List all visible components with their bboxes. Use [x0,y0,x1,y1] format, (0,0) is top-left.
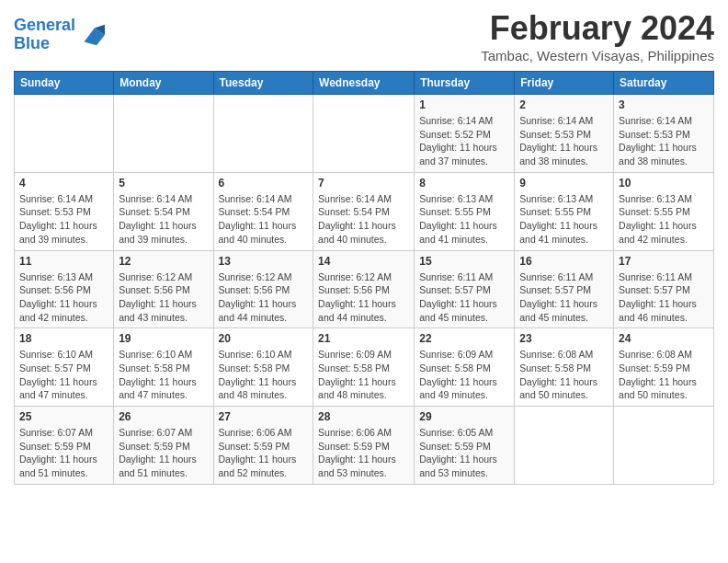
calendar-cell: 28Sunrise: 6:06 AM Sunset: 5:59 PM Dayli… [313,407,415,485]
calendar-cell: 20Sunrise: 6:10 AM Sunset: 5:58 PM Dayli… [213,328,313,407]
calendar-week-row: 1Sunrise: 6:14 AM Sunset: 5:52 PM Daylig… [15,95,714,173]
day-number: 28 [318,410,409,423]
calendar-table: SundayMondayTuesdayWednesdayThursdayFrid… [14,71,714,485]
day-info: Sunrise: 6:14 AM Sunset: 5:53 PM Dayligh… [619,114,709,168]
day-info: Sunrise: 6:14 AM Sunset: 5:54 PM Dayligh… [119,192,208,247]
calendar-cell: 19Sunrise: 6:10 AM Sunset: 5:58 PM Dayli… [114,328,213,407]
calendar-cell [515,407,614,485]
calendar-cell: 25Sunrise: 6:07 AM Sunset: 5:59 PM Dayli… [15,407,114,485]
day-info: Sunrise: 6:13 AM Sunset: 5:55 PM Dayligh… [419,192,509,247]
header-day: Saturday [614,72,714,95]
page-header: General Blue February 2024 Tambac, Weste… [14,9,714,63]
day-number: 24 [619,332,709,345]
header-day: Monday [114,72,213,95]
day-info: Sunrise: 6:08 AM Sunset: 5:59 PM Dayligh… [619,348,709,402]
calendar-cell: 4Sunrise: 6:14 AM Sunset: 5:53 PM Daylig… [15,172,114,250]
calendar-cell: 1Sunrise: 6:14 AM Sunset: 5:52 PM Daylig… [415,95,515,173]
day-number: 1 [419,98,509,111]
day-info: Sunrise: 6:12 AM Sunset: 5:56 PM Dayligh… [219,270,309,325]
calendar-cell: 27Sunrise: 6:06 AM Sunset: 5:59 PM Dayli… [213,407,313,485]
day-number: 3 [619,98,709,111]
logo-blue: Blue [14,34,50,52]
calendar-cell: 5Sunrise: 6:14 AM Sunset: 5:54 PM Daylig… [114,172,213,250]
day-info: Sunrise: 6:10 AM Sunset: 5:57 PM Dayligh… [19,348,108,402]
calendar-cell: 11Sunrise: 6:13 AM Sunset: 5:56 PM Dayli… [15,250,114,328]
day-number: 29 [419,410,509,423]
day-info: Sunrise: 6:05 AM Sunset: 5:59 PM Dayligh… [419,426,509,480]
calendar-cell: 26Sunrise: 6:07 AM Sunset: 5:59 PM Dayli… [114,407,213,485]
day-info: Sunrise: 6:07 AM Sunset: 5:59 PM Dayligh… [119,426,208,480]
calendar-cell: 24Sunrise: 6:08 AM Sunset: 5:59 PM Dayli… [614,328,714,407]
day-info: Sunrise: 6:14 AM Sunset: 5:53 PM Dayligh… [19,192,108,247]
day-number: 9 [519,177,609,190]
day-info: Sunrise: 6:06 AM Sunset: 5:59 PM Dayligh… [219,426,309,480]
calendar-cell: 22Sunrise: 6:09 AM Sunset: 5:58 PM Dayli… [415,328,515,407]
day-info: Sunrise: 6:09 AM Sunset: 5:58 PM Dayligh… [318,348,409,402]
day-info: Sunrise: 6:11 AM Sunset: 5:57 PM Dayligh… [519,270,609,325]
day-number: 8 [419,177,509,190]
day-info: Sunrise: 6:06 AM Sunset: 5:59 PM Dayligh… [318,426,409,480]
logo-text: General Blue [14,17,75,53]
day-info: Sunrise: 6:10 AM Sunset: 5:58 PM Dayligh… [219,348,309,402]
day-number: 11 [19,255,108,268]
day-number: 16 [519,255,609,268]
day-info: Sunrise: 6:09 AM Sunset: 5:58 PM Dayligh… [419,348,509,402]
header-day: Wednesday [313,72,415,95]
day-number: 18 [19,332,108,345]
calendar-cell: 18Sunrise: 6:10 AM Sunset: 5:57 PM Dayli… [15,328,114,407]
title-block: February 2024 Tambac, Western Visayas, P… [481,9,714,63]
day-number: 19 [119,332,208,345]
calendar-cell [15,95,114,173]
header-day: Sunday [15,72,114,95]
day-number: 10 [619,177,709,190]
calendar-cell: 17Sunrise: 6:11 AM Sunset: 5:57 PM Dayli… [614,250,714,328]
day-number: 13 [219,255,309,268]
day-info: Sunrise: 6:07 AM Sunset: 5:59 PM Dayligh… [19,426,108,480]
header-row: SundayMondayTuesdayWednesdayThursdayFrid… [15,72,714,95]
calendar-week-row: 18Sunrise: 6:10 AM Sunset: 5:57 PM Dayli… [15,328,714,407]
day-number: 14 [318,255,409,268]
calendar-cell: 7Sunrise: 6:14 AM Sunset: 5:54 PM Daylig… [313,172,415,250]
day-number: 15 [419,255,509,268]
day-number: 5 [119,177,208,190]
logo-icon [77,21,105,49]
day-number: 27 [219,410,309,423]
day-number: 12 [119,255,208,268]
day-info: Sunrise: 6:08 AM Sunset: 5:58 PM Dayligh… [519,348,609,402]
day-info: Sunrise: 6:14 AM Sunset: 5:52 PM Dayligh… [419,114,509,168]
day-info: Sunrise: 6:14 AM Sunset: 5:53 PM Dayligh… [519,114,609,168]
day-info: Sunrise: 6:11 AM Sunset: 5:57 PM Dayligh… [419,270,509,325]
calendar-cell: 3Sunrise: 6:14 AM Sunset: 5:53 PM Daylig… [614,95,714,173]
calendar-cell [313,95,415,173]
logo-general: General [14,16,75,34]
calendar-cell: 14Sunrise: 6:12 AM Sunset: 5:56 PM Dayli… [313,250,415,328]
header-day: Tuesday [213,72,313,95]
day-number: 4 [19,177,108,190]
day-number: 6 [219,177,309,190]
month-title: February 2024 [481,9,714,48]
day-info: Sunrise: 6:13 AM Sunset: 5:56 PM Dayligh… [19,270,108,325]
calendar-cell [614,407,714,485]
header-day: Friday [515,72,614,95]
day-info: Sunrise: 6:10 AM Sunset: 5:58 PM Dayligh… [119,348,208,402]
calendar-cell: 13Sunrise: 6:12 AM Sunset: 5:56 PM Dayli… [213,250,313,328]
day-number: 26 [119,410,208,423]
day-number: 20 [219,332,309,345]
day-info: Sunrise: 6:12 AM Sunset: 5:56 PM Dayligh… [318,270,409,325]
calendar-cell: 12Sunrise: 6:12 AM Sunset: 5:56 PM Dayli… [114,250,213,328]
day-number: 23 [519,332,609,345]
location: Tambac, Western Visayas, Philippines [481,48,714,63]
day-number: 21 [318,332,409,345]
calendar-cell: 9Sunrise: 6:13 AM Sunset: 5:55 PM Daylig… [515,172,614,250]
calendar-week-row: 11Sunrise: 6:13 AM Sunset: 5:56 PM Dayli… [15,250,714,328]
day-info: Sunrise: 6:12 AM Sunset: 5:56 PM Dayligh… [119,270,208,325]
day-info: Sunrise: 6:13 AM Sunset: 5:55 PM Dayligh… [619,192,709,247]
calendar-cell: 16Sunrise: 6:11 AM Sunset: 5:57 PM Dayli… [515,250,614,328]
header-day: Thursday [415,72,515,95]
day-number: 17 [619,255,709,268]
day-info: Sunrise: 6:13 AM Sunset: 5:55 PM Dayligh… [519,192,609,247]
calendar-week-row: 4Sunrise: 6:14 AM Sunset: 5:53 PM Daylig… [15,172,714,250]
calendar-cell: 2Sunrise: 6:14 AM Sunset: 5:53 PM Daylig… [515,95,614,173]
day-number: 7 [318,177,409,190]
calendar-cell: 23Sunrise: 6:08 AM Sunset: 5:58 PM Dayli… [515,328,614,407]
